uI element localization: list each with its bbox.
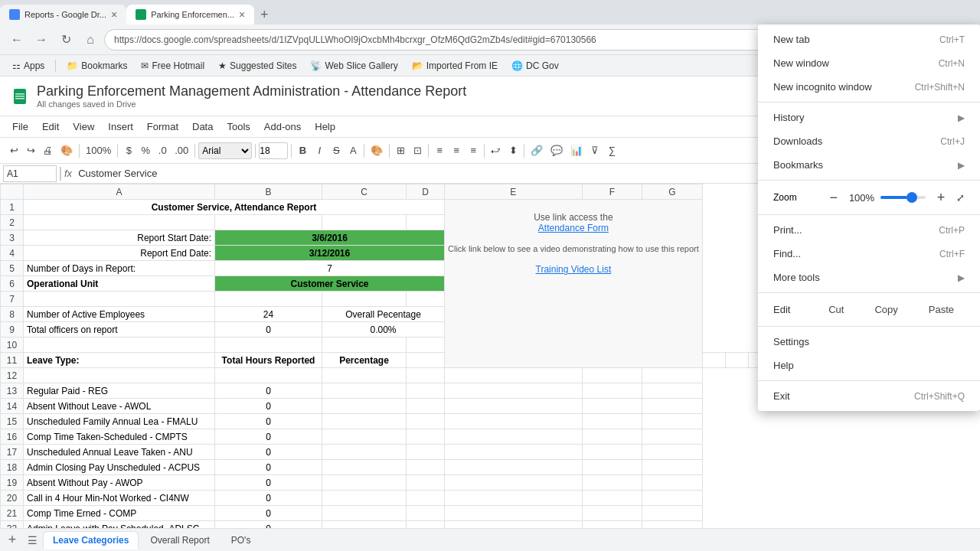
cell-a18[interactable]: Admin Closing Pay Unscheduled - ACPUS <box>24 460 215 475</box>
context-menu-history[interactable]: History ▶ <box>758 106 980 129</box>
cell-c20[interactable] <box>322 491 407 506</box>
cell-d7[interactable] <box>407 292 445 307</box>
row-header-18[interactable]: 18 <box>1 460 24 475</box>
col-header-c[interactable]: C <box>322 184 407 200</box>
context-menu-settings[interactable]: Settings <box>758 330 980 354</box>
row-header-20[interactable]: 20 <box>1 491 24 506</box>
cell-e11[interactable] <box>702 353 725 368</box>
context-menu-more-tools[interactable]: More tools ▶ <box>758 266 980 289</box>
cell-b10[interactable] <box>215 337 322 353</box>
cell-a12[interactable] <box>24 368 215 383</box>
function-button[interactable]: ∑ <box>604 143 619 158</box>
cell-g19[interactable] <box>642 475 703 491</box>
cell-b22[interactable]: 0 <box>215 521 322 529</box>
cell-e15[interactable] <box>445 414 583 429</box>
cell-c10[interactable] <box>322 337 407 353</box>
cell-f13[interactable] <box>582 383 642 399</box>
cell-c18[interactable] <box>322 460 407 475</box>
sheet-list-button[interactable]: ☰ <box>23 531 41 549</box>
cell-b13[interactable]: 0 <box>215 383 322 399</box>
cell-e19[interactable] <box>445 475 583 491</box>
row-header-14[interactable]: 14 <box>1 399 24 414</box>
cell-a8[interactable]: Number of Active Employees <box>24 307 215 322</box>
cell-d13[interactable] <box>407 383 445 399</box>
new-tab-button[interactable]: + <box>254 5 274 24</box>
cell-a13[interactable]: Regular Paid - REG <box>24 383 215 399</box>
menu-edit[interactable]: Edit <box>36 118 65 135</box>
zoom-bar[interactable] <box>880 196 926 199</box>
zoom-increase-button[interactable]: + <box>932 188 950 207</box>
cell-b11[interactable]: Total Hours Reported <box>215 353 322 368</box>
comment-button[interactable]: 💬 <box>547 143 566 158</box>
training-video-link[interactable]: Training Video List <box>536 264 612 275</box>
zoom-decrease-button[interactable]: − <box>825 188 843 207</box>
cell-b20[interactable]: 0 <box>215 491 322 506</box>
attendance-form-link[interactable]: Attendance Form <box>538 223 609 233</box>
cell-d20[interactable] <box>407 491 445 506</box>
cell-b18[interactable]: 0 <box>215 460 322 475</box>
cell-d16[interactable] <box>407 429 445 445</box>
sheet-tab-pos[interactable]: PO's <box>221 531 261 549</box>
paint-format-button[interactable]: 🎨 <box>57 143 76 158</box>
cell-a22[interactable]: Admin Leave with Pay Scheduled- ADLSC <box>24 521 215 529</box>
cell-f21[interactable] <box>582 506 642 521</box>
cell-b8[interactable]: 24 <box>215 307 322 322</box>
cell-f22[interactable] <box>582 521 642 529</box>
cell-d17[interactable] <box>407 445 445 460</box>
cell-e17[interactable] <box>445 445 583 460</box>
cell-a6[interactable]: Operational Unit <box>24 276 215 292</box>
context-menu-new-window[interactable]: New window Ctrl+N <box>758 51 980 75</box>
cell-b7[interactable] <box>215 292 322 307</box>
back-button[interactable]: ← <box>6 29 28 51</box>
menu-file[interactable]: File <box>6 118 34 135</box>
cell-a11[interactable]: Leave Type: <box>24 353 215 368</box>
context-menu-incognito[interactable]: New incognito window Ctrl+Shift+N <box>758 75 980 99</box>
cell-d22[interactable] <box>407 521 445 529</box>
tab-parking[interactable]: Parking Enforcemen... × <box>126 5 254 24</box>
col-header-b[interactable]: B <box>215 184 322 200</box>
context-menu-help[interactable]: Help <box>758 354 980 377</box>
cell-g20[interactable] <box>642 491 703 506</box>
cell-d14[interactable] <box>407 399 445 414</box>
cell-a15[interactable]: Unscheduled Family Annual Lea - FMALU <box>24 414 215 429</box>
row-header-17[interactable]: 17 <box>1 445 24 460</box>
cell-c9[interactable]: 0.00% <box>322 322 445 337</box>
cell-e13[interactable] <box>445 383 583 399</box>
text-color-button[interactable]: A <box>345 143 361 158</box>
cell-c15[interactable] <box>322 414 407 429</box>
strikethrough-button[interactable]: S <box>328 143 344 158</box>
cell-a19[interactable]: Absent Without Pay - AWOP <box>24 475 215 491</box>
menu-insert[interactable]: Insert <box>102 118 139 135</box>
cell-e22[interactable] <box>445 521 583 529</box>
col-header-d[interactable]: D <box>407 184 445 200</box>
row-header-5[interactable]: 5 <box>1 261 24 276</box>
col-header-f[interactable]: F <box>582 184 642 200</box>
filter-button[interactable]: ⊽ <box>587 143 603 158</box>
cell-a2[interactable] <box>24 215 215 230</box>
row-header-11[interactable]: 11 <box>1 353 24 368</box>
cell-f18[interactable] <box>582 460 642 475</box>
tab-reports[interactable]: Reports - Google Dr... × <box>0 5 126 24</box>
context-menu-downloads[interactable]: Downloads Ctrl+J <box>758 129 980 153</box>
menu-tools[interactable]: Tools <box>220 118 256 135</box>
cell-a10[interactable] <box>24 337 215 353</box>
cell-d21[interactable] <box>407 506 445 521</box>
cell-b19[interactable]: 0 <box>215 475 322 491</box>
valign-button[interactable]: ⬍ <box>505 143 521 158</box>
context-menu-bookmarks[interactable]: Bookmarks ▶ <box>758 153 980 177</box>
bookmark-suggested[interactable]: ★ Suggested Sites <box>212 59 302 73</box>
bookmark-web-slice[interactable]: 📡 Web Slice Gallery <box>304 59 403 73</box>
cell-a7[interactable] <box>24 292 215 307</box>
fill-color-button[interactable]: 🎨 <box>368 143 386 158</box>
cell-d12[interactable] <box>407 368 445 383</box>
cell-d10[interactable] <box>407 337 445 353</box>
menu-view[interactable]: View <box>67 118 100 135</box>
cell-c22[interactable] <box>322 521 407 529</box>
cell-b9[interactable]: 0 <box>215 322 322 337</box>
cell-g21[interactable] <box>642 506 703 521</box>
cell-a20[interactable]: Call in 4 Hour Min-Not Worked - CI4NW <box>24 491 215 506</box>
cell-g13[interactable] <box>642 383 703 399</box>
cell-g22[interactable] <box>642 521 703 529</box>
context-menu-find[interactable]: Find... Ctrl+F <box>758 242 980 266</box>
row-header-13[interactable]: 13 <box>1 383 24 399</box>
